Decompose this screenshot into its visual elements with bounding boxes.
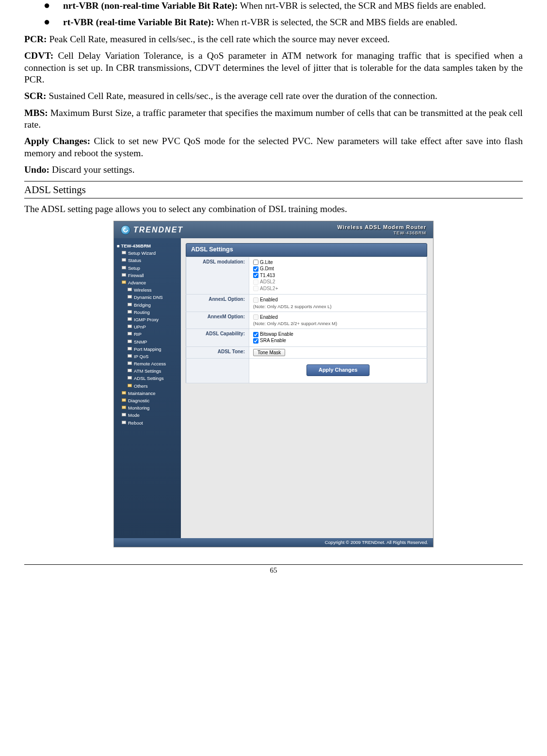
nav-item-port-mapping[interactable]: Port Mapping xyxy=(117,345,178,353)
app-body: ■ TEW-436BRM Setup WizardStatusSetupFire… xyxy=(114,238,433,538)
file-icon xyxy=(128,354,132,358)
product-line: Wireless ADSL Modem Router xyxy=(337,224,426,230)
checkbox-bitswap[interactable] xyxy=(253,332,258,337)
opt-sra: SRA Enable xyxy=(260,338,286,344)
bullet-dot-icon: ● xyxy=(24,0,44,12)
nav-item-label: Setup Wizard xyxy=(128,250,156,256)
app-header: TRENDNET Wireless ADSL Modem Router TEW-… xyxy=(114,221,433,238)
side-nav: ■ TEW-436BRM Setup WizardStatusSetupFire… xyxy=(114,238,181,538)
brand-logo-icon xyxy=(121,225,130,235)
para-mbs: MBS: Maximum Burst Size, a traffic param… xyxy=(24,107,523,131)
label-annexl: AnnexL Option: xyxy=(186,295,249,312)
page-number: 65 xyxy=(24,564,523,575)
definition: Sustained Cell Rate, measured in cells/s… xyxy=(47,91,437,101)
nav-item-atm-settings[interactable]: ATM Settings xyxy=(117,367,178,375)
nav-item-advance[interactable]: Advance xyxy=(117,279,178,286)
router-admin-window: TRENDNET Wireless ADSL Modem Router TEW-… xyxy=(113,221,434,547)
nav-item-setup-wizard[interactable]: Setup Wizard xyxy=(117,249,178,257)
checkbox-annexm xyxy=(253,314,258,320)
nav-item-label: ATM Settings xyxy=(134,368,161,374)
nav-item-rip[interactable]: RIP xyxy=(117,330,178,338)
checkbox-t1413[interactable] xyxy=(253,273,258,278)
checkbox-adsl2 xyxy=(253,279,258,285)
nav-item-reboot[interactable]: Reboot xyxy=(117,419,178,427)
nav-item-snmp[interactable]: SNMP xyxy=(117,338,178,345)
definition: Peak Cell Rate, measured in cells/sec., … xyxy=(47,34,390,44)
nav-item-label: RIP xyxy=(134,331,142,337)
nav-item-mode[interactable]: Mode xyxy=(117,411,178,419)
nav-item-label: Monitoring xyxy=(128,405,149,411)
nav-item-label: Dynamic DNS xyxy=(134,295,163,300)
file-icon xyxy=(128,325,132,328)
folder-icon xyxy=(128,384,132,387)
nav-item-bridging[interactable]: Bridging xyxy=(117,301,178,309)
cell-capability: Bitswap Enable SRA Enable xyxy=(249,329,427,346)
nav-item-firewall[interactable]: Firewall xyxy=(117,272,178,279)
label-annexm: AnnexM Option: xyxy=(186,312,249,329)
term: SCR: xyxy=(24,91,47,101)
nav-item-dynamic-dns[interactable]: Dynamic DNS xyxy=(117,294,178,301)
file-icon xyxy=(122,413,126,416)
bullet-text: rt-VBR (real-time Variable Bit Rate): Wh… xyxy=(44,16,523,28)
term: Undo: xyxy=(24,164,49,175)
nav-item-label: Mode xyxy=(128,412,140,418)
nav-item-ip-qos[interactable]: IP QoS xyxy=(117,353,178,360)
checkbox-gdmt[interactable] xyxy=(253,266,258,272)
checkbox-sra[interactable] xyxy=(253,338,258,344)
cell-annexm: Enabled (Note: Only ADSL 2/2+ support An… xyxy=(249,312,427,329)
file-icon xyxy=(128,310,132,313)
tone-mask-button[interactable]: Tone Mask xyxy=(253,349,285,356)
file-icon xyxy=(128,295,132,298)
nav-item-diagnostic[interactable]: Diagnostic xyxy=(117,397,178,404)
term: PCR: xyxy=(24,34,47,44)
opt-enabled-m: Enabled xyxy=(260,314,278,321)
apply-changes-button[interactable]: Apply Changes xyxy=(306,364,370,376)
term: CDVT: xyxy=(24,50,53,61)
bullet-heading: rt-VBR (real-time Variable Bit Rate): xyxy=(63,17,214,27)
note-annexl: (Note: Only ADSL 2 supports Annex L) xyxy=(253,304,423,310)
nav-root[interactable]: ■ TEW-436BRM xyxy=(117,242,178,249)
nav-item-routing[interactable]: Routing xyxy=(117,309,178,316)
nav-item-adsl-settings[interactable]: ADSL Settings xyxy=(117,375,178,382)
nav-item-label: UPnP xyxy=(134,324,146,329)
nav-item-status[interactable]: Status xyxy=(117,257,178,264)
panel-title-bar: ADSL Settings xyxy=(186,243,427,257)
term: MBS: xyxy=(24,108,48,118)
label-capability: ADSL Capability: xyxy=(186,329,249,346)
nav-item-label: Routing xyxy=(134,310,150,315)
opt-adsl2: ADSL2 xyxy=(260,279,275,285)
nav-item-label: IP QoS xyxy=(134,354,148,359)
file-icon xyxy=(122,251,126,254)
cell-apply: Apply Changes xyxy=(249,358,427,383)
file-icon xyxy=(128,376,132,379)
nav-item-label: Firewall xyxy=(128,273,144,278)
file-icon xyxy=(128,288,132,291)
nav-item-monitoring[interactable]: Monitoring xyxy=(117,404,178,411)
brand: TRENDNET xyxy=(121,225,183,235)
definition: Discard your settings. xyxy=(49,164,134,175)
nav-item-igmp-proxy[interactable]: IGMP Proxy xyxy=(117,316,178,323)
cell-modulation: G.Lite G.Dmt T1.413 ADSL2 ADSL2+ xyxy=(249,257,427,295)
file-icon xyxy=(122,266,126,269)
nav-item-upnp[interactable]: UPnP xyxy=(117,323,178,330)
file-icon xyxy=(128,332,132,335)
main-panel: ADSL Settings ADSL modulation: G.Lite G.… xyxy=(181,238,433,538)
nav-item-remote-access[interactable]: Remote Access xyxy=(117,360,178,367)
bullet-body: When rt-VBR is selected, the SCR and MBS… xyxy=(214,17,458,27)
nav-item-wireless[interactable]: Wireless xyxy=(117,286,178,294)
nav-item-label: Status xyxy=(128,258,141,263)
opt-t1413: T1.413 xyxy=(260,273,275,279)
nav-item-others[interactable]: Others xyxy=(117,382,178,390)
nav-item-setup[interactable]: Setup xyxy=(117,264,178,272)
file-icon xyxy=(128,303,132,306)
checkbox-glite[interactable] xyxy=(253,260,258,265)
definition: Cell Delay Variation Tolerance, is a QoS… xyxy=(24,50,523,84)
nav-item-maintainance[interactable]: Maintainance xyxy=(117,390,178,397)
bullet-heading: nrt-VBR (non-real-time Variable Bit Rate… xyxy=(63,0,238,11)
file-icon xyxy=(128,340,132,343)
term: Apply Changes: xyxy=(24,136,90,146)
bullet-body: When nrt-VBR is selected, the SCR and MB… xyxy=(238,0,485,11)
nav-item-label: IGMP Proxy xyxy=(134,317,159,322)
para-scr: SCR: Sustained Cell Rate, measured in ce… xyxy=(24,90,523,102)
label-tone: ADSL Tone: xyxy=(186,346,249,358)
